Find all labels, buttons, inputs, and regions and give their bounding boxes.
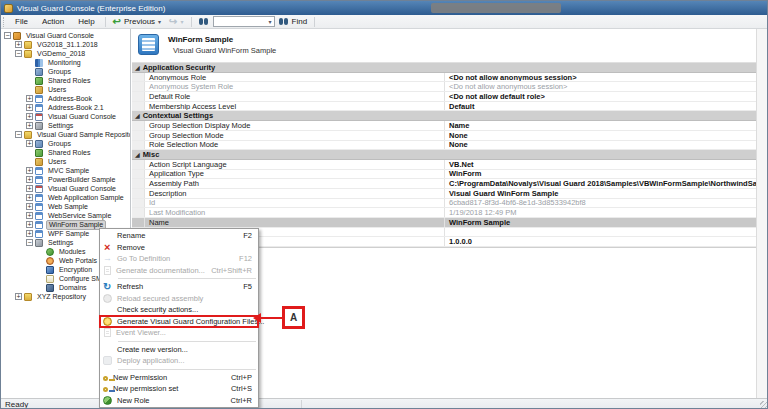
tree-item-settings[interactable]: +Settings (1, 121, 130, 130)
previous-button[interactable]: ↩ Previous ▾ (109, 15, 166, 28)
collapse-expander-icon[interactable]: − (4, 32, 11, 39)
property-value: VB.Net (445, 160, 756, 169)
expand-expander-icon[interactable]: + (26, 95, 33, 102)
grid-row-anonymous-system-role[interactable]: Anonymous System Role<Do not allow anony… (132, 82, 756, 92)
grid-row-action-script-language[interactable]: Action Script LanguageVB.Net (132, 160, 756, 170)
tree-item-label: Shared Roles (46, 77, 92, 85)
expand-expander-icon[interactable]: + (15, 293, 22, 300)
menu-item-generate-visual-guard-configuration-files[interactable]: Generate Visual Guard Configuration File… (100, 316, 258, 328)
collapse-expander-icon[interactable]: − (15, 50, 22, 57)
menu-item-create-new-version[interactable]: Create new version... (100, 344, 258, 356)
grid-category-application-security[interactable]: ◢Application Security (132, 63, 756, 73)
grid-row-group-selection-display-mode[interactable]: Group Selection Display ModeName (132, 121, 756, 131)
menu-item-refresh[interactable]: RefreshF5 (100, 281, 258, 293)
menu-item-new-permission[interactable]: New PermissionCtrl+P (100, 372, 258, 384)
tree-item-mvc-sample[interactable]: +MVC Sample (1, 166, 130, 175)
search-input[interactable] (219, 17, 269, 26)
tree-item-shared-roles[interactable]: Shared Roles (1, 148, 130, 157)
row-gutter (132, 218, 145, 227)
tree-item-visual-guard-console[interactable]: +Visual Guard Console (1, 112, 130, 121)
tree-item-groups[interactable]: Groups (1, 67, 130, 76)
tree-item-visual-guard-sample-repository[interactable]: −Visual Guard Sample Repository (1, 130, 130, 139)
doc-icon (104, 328, 111, 337)
tree-item-vgdemo-2018[interactable]: −VGDemo_2018 (1, 49, 130, 58)
expand-expander-icon[interactable]: + (26, 113, 33, 120)
menu-item-rename[interactable]: RenameF2 (100, 230, 258, 242)
tree-item-users[interactable]: Users (1, 157, 130, 166)
tree-item-web-application-sample[interactable]: +Web Application Sample (1, 193, 130, 202)
grid-row-group-selection-mode[interactable]: Group Selection ModeNone (132, 131, 756, 141)
expand-expander-icon[interactable]: + (15, 41, 22, 48)
expand-expander-icon[interactable]: + (26, 167, 33, 174)
menu-item-check-security-actions[interactable]: Check security actions... (100, 304, 258, 316)
expand-expander-icon[interactable]: + (26, 185, 33, 192)
menu-file[interactable]: File (8, 15, 35, 28)
expand-expander-icon[interactable]: + (26, 194, 33, 201)
tree-item-shared-roles[interactable]: Shared Roles (1, 76, 130, 85)
collapse-triangle-icon[interactable]: ◢ (135, 151, 140, 158)
expand-expander-icon[interactable]: + (26, 221, 33, 228)
grid-row-membership-access-level[interactable]: Membership Access LevelDefault (132, 102, 756, 112)
grid-row-application-type[interactable]: Application TypeWinForm (132, 170, 756, 180)
tree-item-visual-guard-console[interactable]: −Visual Guard Console (1, 31, 130, 40)
expand-expander-icon[interactable]: + (26, 140, 33, 147)
search-icon-button[interactable] (195, 15, 213, 28)
console-app-icon (35, 185, 43, 193)
appwin-icon (35, 167, 43, 175)
toolbar-separator (105, 17, 106, 27)
tree-item-label: Settings (46, 122, 75, 130)
menu-item-label: Reload secured assembly (117, 294, 203, 303)
grid-row-id[interactable]: Id6cbad817-8f3d-4bf6-8e1d-3d8533942bf8 (132, 199, 756, 209)
expand-expander-icon[interactable]: + (26, 104, 33, 111)
expand-expander-icon[interactable]: + (26, 230, 33, 237)
tree-item-address-book-2-1[interactable]: +Address-Book 2.1 (1, 103, 130, 112)
tree-item-users[interactable]: Users (1, 85, 130, 94)
expand-expander-icon[interactable]: + (26, 203, 33, 210)
tree-item-web-sample[interactable]: +Web Sample (1, 202, 130, 211)
grid-row-role-selection-mode[interactable]: Role Selection ModeNone (132, 141, 756, 151)
row-gutter (132, 92, 145, 101)
grid-category-contextual-settings[interactable]: ◢Contextual Settings (132, 111, 756, 121)
grid-category-misc[interactable]: ◢Misc (132, 150, 756, 160)
property-value: <Do not allow anonymous session> (445, 82, 756, 91)
property-value: Visual Guard WinForm Sample (445, 189, 756, 198)
tree-item-label: VGDemo_2018 (35, 50, 87, 58)
collapse-triangle-icon[interactable]: ◢ (135, 112, 140, 119)
tree-item-groups[interactable]: +Groups (1, 139, 130, 148)
tree-item-address-book[interactable]: +Address-Book (1, 94, 130, 103)
property-value: WinForm (445, 170, 756, 179)
combo-dropdown-icon[interactable]: ▾ (269, 18, 272, 25)
tree-item-webservice-sample[interactable]: +WebService Sample (1, 211, 130, 220)
tree-item-monitoring[interactable]: Monitoring (1, 58, 130, 67)
resize-grip-icon[interactable] (760, 401, 768, 409)
tree-item-visual-guard-console[interactable]: +Visual Guard Console (1, 184, 130, 193)
tree-item-powerbuilder-sample[interactable]: +PowerBuilder Sample (1, 175, 130, 184)
grid-row-name[interactable]: NameWinForm Sample (132, 218, 756, 228)
grid-row-assembly-path[interactable]: Assembly PathC:\ProgramData\Novalys\Visu… (132, 179, 756, 189)
collapse-expander-icon[interactable]: − (15, 131, 22, 138)
menu-item-remove[interactable]: Remove (100, 242, 258, 254)
collapse-expander-icon[interactable]: − (26, 239, 33, 246)
grid-row-anonymous-role[interactable]: Anonymous Role<Do not allow anonymous se… (132, 73, 756, 83)
menu-action[interactable]: Action (35, 15, 71, 28)
previous-dropdown-icon[interactable]: ▾ (158, 18, 161, 25)
grid-row-last-modification[interactable]: Last Modification1/19/2018 12:49 PM (132, 208, 756, 218)
menu-item-new-permission-set[interactable]: New permission setCtrl+S (100, 383, 258, 395)
menu-item-new-role[interactable]: New RoleCtrl+R (100, 395, 258, 407)
tree-item-label: Encryption (57, 266, 94, 274)
tree-item-label: Address-Book 2.1 (46, 104, 106, 112)
back-arrow-icon: ↩ (113, 17, 121, 27)
expand-expander-icon[interactable]: + (26, 212, 33, 219)
find-button[interactable]: Find (275, 15, 312, 28)
property-name: Application Type (145, 170, 445, 179)
grid-row-description[interactable]: DescriptionVisual Guard WinForm Sample (132, 189, 756, 199)
expand-expander-icon[interactable]: + (26, 176, 33, 183)
search-combobox[interactable]: ▾ (213, 16, 275, 27)
grid-row-default-role[interactable]: Default Role<Do not allow default role> (132, 92, 756, 102)
collapse-triangle-icon[interactable]: ◢ (135, 64, 140, 71)
context-menu: RenameF2RemoveGo To DefinitionF12Generat… (99, 228, 259, 408)
menu-help[interactable]: Help (71, 15, 101, 28)
binoculars-icon (199, 18, 209, 25)
tree-item-vg2018-31-1-2018[interactable]: +VG2018_31.1.2018 (1, 40, 130, 49)
expand-expander-icon[interactable]: + (26, 122, 33, 129)
